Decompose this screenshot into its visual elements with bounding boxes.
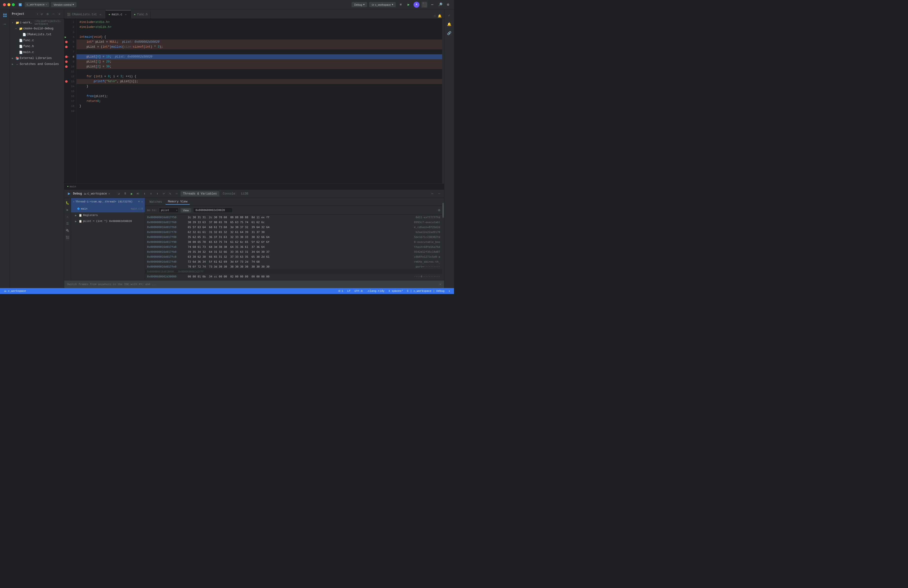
frame-sub: main.c:8 <box>131 208 143 210</box>
mem-tab-memory-view[interactable]: Memory View <box>165 199 190 205</box>
debug-icon-run[interactable]: ▶ <box>64 207 71 213</box>
close-button[interactable] <box>3 3 6 6</box>
debug-icon-list[interactable]: ☰ <box>64 221 71 227</box>
mem-settings-btn[interactable]: ⚙ <box>438 208 440 212</box>
search-button[interactable]: 🔎 <box>437 2 443 8</box>
project-name-button[interactable]: c_workspace ▾ <box>25 2 49 7</box>
debug-panel-settings-btn[interactable]: ⋯ <box>429 191 435 197</box>
tab-close-btn[interactable]: ✕ <box>124 13 128 16</box>
maximize-button[interactable] <box>12 3 15 6</box>
panel-collapse-btn[interactable]: — <box>51 11 56 16</box>
plist-row[interactable]: ▶ 📋 pList = (int *) 0x600002d30020 <box>71 218 145 224</box>
status-lf[interactable]: LF <box>346 290 351 293</box>
minimize-button[interactable] <box>7 3 10 6</box>
debug-workspace-close[interactable]: ✕ <box>108 192 110 195</box>
tree-item-cmakelists-nested[interactable]: ▶ 📄 CMakeLists.txt <box>10 32 64 37</box>
thread-filter-icon[interactable]: ▼ <box>138 200 140 203</box>
status-workspace[interactable]: 🗂 c_workspace <box>3 290 27 293</box>
tree-item-func-h[interactable]: ▶ 📄 func.h <box>10 43 64 49</box>
mem-divider-row: 0x000000016d018000...0x0000600002d2fff <box>145 269 442 274</box>
debug-resume-btn[interactable]: ▶ <box>129 191 135 197</box>
debug-run-to-cursor-btn[interactable]: ↩ <box>161 191 167 197</box>
debug-tab-threads[interactable]: Threads & Variables <box>180 191 219 197</box>
status-spaces[interactable]: 4 spaces* <box>387 290 404 293</box>
debug-button[interactable]: Debug ▾ <box>352 2 367 7</box>
panel-dropdown[interactable]: ▾ <box>37 13 38 16</box>
frame-item-main[interactable]: 🔷 main main.c:8 <box>71 205 145 212</box>
tree-item-cmake-build[interactable]: ▾ 📁 cmake-build-debug <box>10 26 64 32</box>
mem-tab-watches[interactable]: Watches <box>147 200 164 205</box>
right-icon-bell[interactable]: 🔔 <box>445 20 453 28</box>
tab-close-btn[interactable]: ✕ <box>98 13 102 16</box>
right-icon-link[interactable]: 🔗 <box>445 29 453 37</box>
debug-pause-btn[interactable]: ⏸ <box>122 191 128 197</box>
memory-content[interactable]: 0x000000016d017f50 2c 30 31 31 2c 30 78 … <box>145 215 442 280</box>
right-icon-check[interactable]: ✓ <box>445 11 453 19</box>
panel-settings-btn[interactable]: ⚙ <box>45 11 50 16</box>
input-dropdown[interactable]: ▾ <box>176 209 178 212</box>
debug-panel-close-btn[interactable]: — <box>436 191 442 197</box>
sidebar-item-plugins[interactable]: ⋯ <box>1 20 9 28</box>
workspace-button[interactable]: 🗂 c_workspace ▾ <box>369 2 396 7</box>
memory-scrollbar[interactable] <box>442 198 444 280</box>
user-avatar[interactable]: A <box>414 2 419 8</box>
tree-label: func.h <box>23 45 34 48</box>
mem-tab-watches-label: Watches <box>150 200 162 204</box>
toolbar-icon-1[interactable]: ≡ <box>398 2 404 8</box>
tab-more-btn[interactable]: ⋯ <box>432 14 437 19</box>
tree-item-scratches[interactable]: ▶ ✏ Scratches and Consoles <box>10 61 64 67</box>
settings-button[interactable]: ⚙ <box>445 2 451 8</box>
debug-tab-lldb[interactable]: LLDB <box>238 191 251 197</box>
debug-step-out-btn[interactable]: ⬆ <box>148 191 154 197</box>
debug-force-step-into-btn[interactable]: ⬆ <box>155 191 160 197</box>
status-line-col[interactable]: 8:1 <box>337 290 344 293</box>
status-context[interactable]: C | c_workspace | Debug <box>406 290 446 293</box>
scrollbar-thumb[interactable] <box>443 203 444 218</box>
mem-view-button[interactable]: View <box>180 208 192 213</box>
debug-restart-btn[interactable]: ↺ <box>116 191 122 197</box>
tab-settings-btn[interactable]: 🔔 <box>437 14 442 19</box>
thread-item-1[interactable]: ✓ Thread-1-<com.ap..thread> (8172278) ▼ … <box>71 198 145 205</box>
thread-dropdown[interactable]: ▾ <box>141 200 143 203</box>
code-content[interactable]: #include <stdio.h> #include <stdlib.h> i… <box>76 19 442 184</box>
tree-item-main-c[interactable]: ▶ 📄 main.c <box>10 49 64 55</box>
debug-icon-plug[interactable]: 🔌 <box>64 227 71 234</box>
debug-icon-terminal[interactable]: ⬛ <box>64 235 71 240</box>
debug-panel-icon-debug[interactable] <box>66 191 72 197</box>
status-encoding[interactable]: UTF-8 <box>353 290 364 293</box>
debug-step-over-btn[interactable]: ⏯ <box>135 191 141 197</box>
tab-main-c[interactable]: ● main.c ✕ <box>106 10 131 19</box>
mem-address-display[interactable] <box>193 208 233 213</box>
debug-step-into-btn[interactable]: ⬇ <box>142 191 148 197</box>
version-control-button[interactable]: Version control ▾ <box>51 2 76 7</box>
panel-close-btn[interactable]: ✕ <box>57 11 62 16</box>
debug-more-btn[interactable]: ⋯ <box>174 191 180 197</box>
mem-address-input[interactable] <box>159 208 179 213</box>
file-icon: ● <box>134 13 136 16</box>
notification-close-btn[interactable]: ✕ <box>440 283 441 286</box>
editor-scrollbar[interactable] <box>442 19 444 184</box>
toolbar-icon-run[interactable]: ▶ <box>406 2 412 8</box>
code-line-8: pList[0] = 10; pList: 0x600002d30020 <box>76 54 442 59</box>
debug-tab-console[interactable]: Console <box>221 191 238 197</box>
debug-icon-warning[interactable]: ⚠ <box>64 214 71 220</box>
debug-evaluate-btn[interactable]: ✎ <box>167 191 173 197</box>
svg-rect-2 <box>3 16 5 17</box>
status-inspection[interactable]: .clang-tidy <box>365 290 386 293</box>
run-indicator: ▶ <box>64 35 66 39</box>
mem-addr: 0x000000016d017fc0 <box>147 255 188 258</box>
tree-item-external-libs[interactable]: ▶ 📚 External Libraries <box>10 55 64 61</box>
record-button[interactable]: ⬛ <box>422 2 427 8</box>
status-share-icon[interactable]: ⬆ <box>448 290 451 293</box>
registers-row[interactable]: ▶ 📋 Registers <box>71 212 145 218</box>
tree-item-func-c[interactable]: ▶ 📄 func.c <box>10 37 64 43</box>
panel-refresh-btn[interactable]: ↺ <box>39 11 44 16</box>
tab-cmakelists[interactable]: ⬛ CMakeLists.txt ✕ <box>64 10 106 19</box>
file-icon: 📄 <box>19 51 23 54</box>
more-options-button[interactable]: ⋯ <box>429 2 435 8</box>
tab-func-h[interactable]: ● func.h <box>131 10 151 19</box>
sidebar-item-project[interactable] <box>1 11 9 19</box>
debug-icon-debug[interactable]: 🐛 <box>64 200 71 206</box>
tree-item-c-workspace[interactable]: ▾ 📁 c-workspace ~/CLionProjects/c-worksp… <box>10 20 64 26</box>
debug-panel-left-icons: 🐛 ▶ ⚠ ☰ 🔌 ⬛ <box>64 198 71 280</box>
